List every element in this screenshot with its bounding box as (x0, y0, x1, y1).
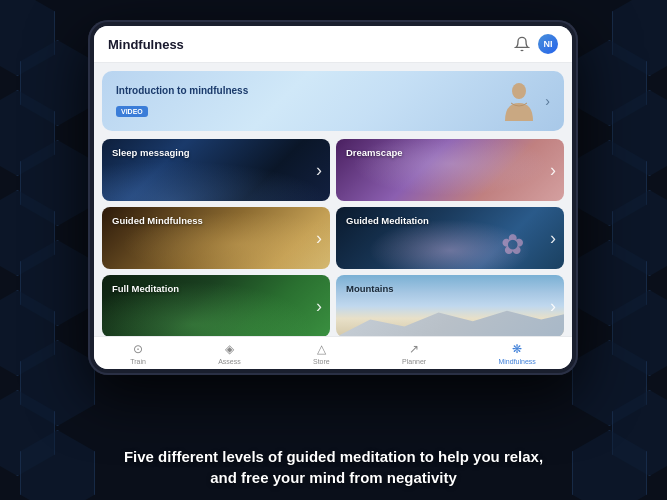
bell-icon (514, 36, 530, 52)
tablet-screen: Mindfulness NI Introduction to mindfulne… (94, 26, 572, 369)
nav-label-mindfulness: Mindfulness (498, 358, 535, 365)
nav-label-planner: Planner (402, 358, 426, 365)
bottom-nav: ⊙ Train ◈ Assess △ Store ↗ Planner ❋ Min… (94, 336, 572, 369)
card-sleep-label: Sleep messaging (112, 147, 190, 158)
nav-item-train[interactable]: ⊙ Train (130, 342, 146, 365)
nav-item-assess[interactable]: ◈ Assess (218, 342, 241, 365)
user-avatar: NI (538, 34, 558, 54)
footer-text: Five different levels of guided meditati… (0, 446, 667, 488)
tablet-device: Mindfulness NI Introduction to mindfulne… (88, 20, 578, 375)
footer-line1: Five different levels of guided meditati… (0, 446, 667, 467)
hero-text-block: Introduction to mindfulness VIDEO (116, 85, 501, 118)
card-mountains[interactable]: Mountains (336, 275, 564, 337)
card-guided-mindfulness[interactable]: Guided Mindfulness (102, 207, 330, 269)
nav-item-mindfulness[interactable]: ❋ Mindfulness (498, 342, 535, 365)
card-dreamscape-label: Dreamscape (346, 147, 403, 158)
svg-point-0 (512, 83, 526, 99)
hero-badge: VIDEO (116, 106, 148, 117)
hero-banner[interactable]: Introduction to mindfulness VIDEO › (102, 71, 564, 131)
nav-item-planner[interactable]: ↗ Planner (402, 342, 426, 365)
card-mountains-label: Mountains (346, 283, 394, 294)
app-title: Mindfulness (108, 37, 184, 52)
card-guided-meditation[interactable]: Guided Meditation (336, 207, 564, 269)
nav-label-train: Train (130, 358, 146, 365)
card-full-meditation-label: Full Meditation (112, 283, 179, 294)
card-guided-meditation-label: Guided Meditation (346, 215, 429, 226)
card-sleep-messaging[interactable]: Sleep messaging (102, 139, 330, 201)
train-icon: ⊙ (133, 342, 143, 356)
hero-person-image (501, 81, 537, 121)
content-grid: Sleep messaging Dreamscape Guided Mindfu… (94, 139, 572, 345)
card-dreamscape[interactable]: Dreamscape (336, 139, 564, 201)
store-icon: △ (317, 342, 326, 356)
card-guided-mindfulness-label: Guided Mindfulness (112, 215, 203, 226)
planner-icon: ↗ (409, 342, 419, 356)
mindfulness-icon: ❋ (512, 342, 522, 356)
nav-label-store: Store (313, 358, 330, 365)
app-header: Mindfulness NI (94, 26, 572, 63)
nav-label-assess: Assess (218, 358, 241, 365)
assess-icon: ◈ (225, 342, 234, 356)
hero-chevron-icon[interactable]: › (545, 93, 550, 109)
nav-item-store[interactable]: △ Store (313, 342, 330, 365)
hero-title: Introduction to mindfulness (116, 85, 501, 96)
footer-line2: and free your mind from negativity (0, 467, 667, 488)
card-full-meditation[interactable]: Full Meditation (102, 275, 330, 337)
header-icons: NI (514, 34, 558, 54)
